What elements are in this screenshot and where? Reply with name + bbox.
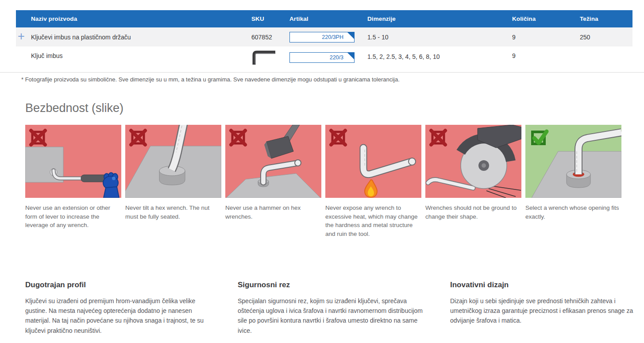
tezina-value: 250 (580, 27, 632, 46)
product-name: Ključevi imbus na plastičnom držaču (31, 27, 251, 46)
table-row: + Ključevi imbus na plastičnom držaču 60… (16, 27, 632, 46)
x-icon (131, 131, 145, 145)
table-header-row: Naziv proizvoda SKU Artikal Dimenzije Ko… (16, 10, 632, 27)
table-row: Ključ imbus 220/3 1.5, 2, 2.5, 3, 4, 5, … (16, 46, 632, 72)
tezina-value (580, 46, 632, 72)
safety-caption: Never tilt a hex wrench. The nut must be… (125, 204, 221, 221)
safety-card: Never use an extension or other form of … (25, 125, 121, 238)
feature-dugotrajan-profil: Dugotrajan profil Ključevi su izrađeni o… (25, 281, 219, 335)
safety-caption: Never use a hammer on hex wrenches. (225, 204, 321, 221)
safety-card: Never use a hammer on hex wrenches. (225, 125, 321, 238)
feature-title: Sigurnosni rez (238, 281, 431, 289)
column-header-kolicina: Količina (512, 15, 580, 22)
feature-text: Specijalan sigurnosni rez, kojim su izra… (238, 296, 431, 335)
column-header-dimenzije: Dimenzije (367, 15, 512, 22)
no-hammer-illustration (225, 125, 321, 198)
x-icon (431, 131, 445, 145)
no-extension-illustration (25, 125, 121, 198)
feature-title: Inovativni dizajn (450, 281, 644, 289)
product-table: Naziv proizvoda SKU Artikal Dimenzije Ko… (16, 10, 632, 72)
no-grinding-illustration (425, 125, 521, 198)
feature-columns: Dugotrajan profil Ključevi su izrađeni o… (25, 281, 644, 335)
table-footnote: * Fotografije proizvoda su simbolične. S… (0, 72, 644, 83)
badge-corner-icon (347, 53, 354, 59)
safety-card: Never expose any wrench to excessive hea… (325, 125, 421, 238)
feature-text: Ključevi su izrađeni od premijum hrom-va… (25, 296, 219, 335)
artikal-badge[interactable]: 220/3 (289, 52, 355, 63)
feature-inovativni-dizajn: Inovativni dizajn Dizajn koji u sebi sje… (450, 281, 644, 335)
safety-card: Never tilt a hex wrench. The nut must be… (125, 125, 221, 238)
no-heat-illustration (325, 125, 421, 198)
dimenzije-value: 1.5 - 10 (367, 27, 512, 46)
hex-key-thumbnail (251, 50, 277, 66)
product-name: Ključ imbus (31, 46, 251, 72)
safety-caption: Never expose any wrench to excessive hea… (325, 204, 421, 238)
artikal-badge[interactable]: 220/3PH (289, 32, 355, 42)
x-icon (331, 131, 345, 145)
safety-caption: Wrenches should not be ground to change … (425, 204, 521, 221)
expand-row-button[interactable]: + (16, 31, 25, 44)
correct-fit-illustration (525, 125, 621, 198)
artikal-label: 220/3 (290, 53, 354, 62)
safety-section-title: Bezbednost (slike) (25, 101, 644, 115)
column-header-tezina: Težina (580, 15, 632, 22)
badge-corner-icon (347, 32, 354, 39)
safety-caption: Select a wrench whose opening fits exact… (525, 204, 621, 221)
feature-title: Dugotrajan profil (25, 281, 219, 289)
column-header-naziv: Naziv proizvoda (31, 15, 251, 22)
safety-card: Wrenches should not be ground to change … (425, 125, 521, 238)
x-icon (31, 131, 45, 145)
sku-value: 607852 (251, 27, 289, 46)
kolicina-value: 9 (512, 27, 580, 46)
no-tilt-illustration (125, 125, 221, 198)
safety-image-grid: Never use an extension or other form of … (25, 125, 644, 238)
x-icon (231, 131, 245, 145)
feature-text: Dizajn koji u sebi sjedinjuje sve predno… (450, 296, 644, 325)
safety-caption: Never use an extension or other form of … (25, 204, 121, 230)
feature-sigurnosni-rez: Sigurnosni rez Specijalan sigurnosni rez… (238, 281, 431, 335)
safety-card: Select a wrench whose opening fits exact… (525, 125, 621, 238)
column-header-sku: SKU (251, 15, 289, 22)
kolicina-value: 9 (512, 46, 580, 72)
column-header-artikal: Artikal (289, 15, 367, 22)
dimenzije-value: 1.5, 2, 2.5, 3, 4, 5, 6, 8, 10 (367, 46, 461, 72)
artikal-label: 220/3PH (290, 32, 354, 42)
